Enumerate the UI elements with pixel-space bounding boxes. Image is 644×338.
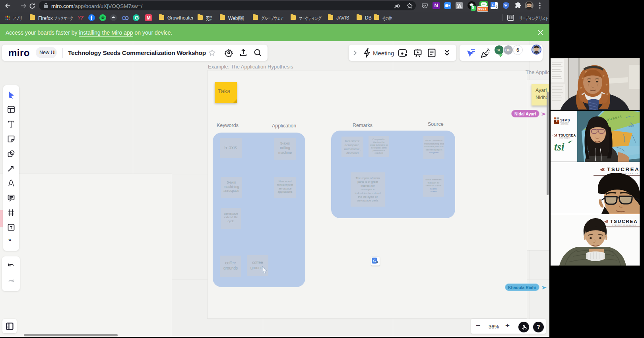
svg-text:GROUP INCUBATOR: GROUP INCUBATOR (559, 137, 570, 139)
svg-text:STARTUP INCUBATOR: STARTUP INCUBATOR (612, 225, 636, 226)
svg-text:JAPAN: JAPAN (628, 125, 633, 127)
svg-text:TSUCREA: TSUCREA (607, 166, 640, 172)
svg-text:SIPS: SIPS (560, 118, 570, 122)
svg-text:TSUCREA: TSUCREA (610, 219, 638, 224)
svg-text:tsi: tsi (554, 141, 564, 153)
svg-text:× SOLUTIONS ×: × SOLUTIONS × (560, 123, 569, 125)
svg-text:TSUCREA: TSUCREA (559, 133, 576, 137)
